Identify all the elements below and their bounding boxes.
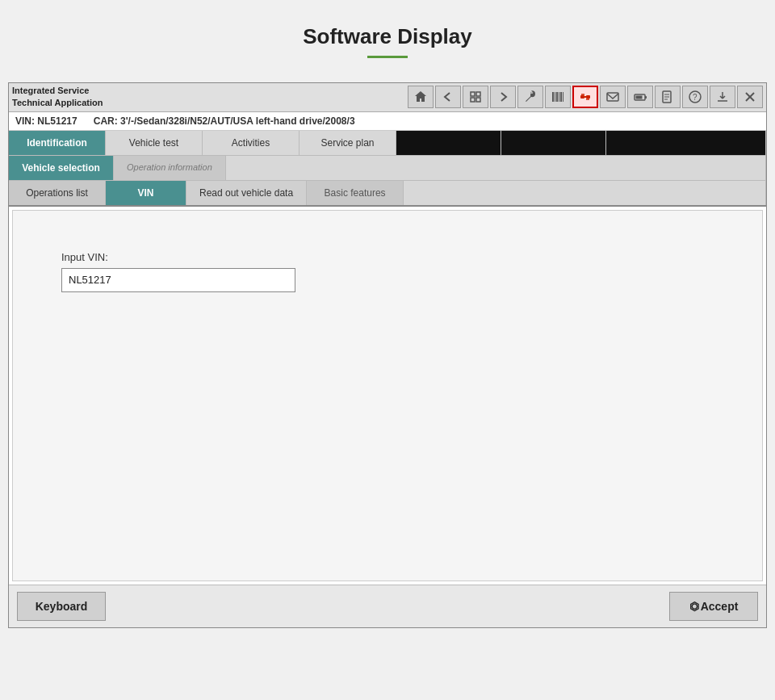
- connector-icon[interactable]: [572, 86, 598, 108]
- accept-label: Accept: [701, 600, 739, 613]
- pages-icon[interactable]: [463, 86, 488, 108]
- accept-button[interactable]: ⏣ Accept: [669, 592, 758, 621]
- app-window: Integrated Service Technical Application: [8, 82, 767, 628]
- tab-row2-empty: [226, 156, 766, 180]
- close-icon[interactable]: [737, 86, 763, 108]
- tab-empty-3: [606, 131, 766, 155]
- page-title: Software Display: [0, 24, 775, 49]
- bottom-bar: Keyboard ⏣ Accept: [9, 585, 766, 627]
- home-icon[interactable]: [408, 86, 434, 108]
- vin-label: VIN: NL51217: [15, 115, 78, 127]
- page-title-section: Software Display: [0, 0, 775, 66]
- svg-rect-9: [563, 92, 563, 102]
- tab-operations-list[interactable]: Operations list: [9, 181, 106, 205]
- forward-icon[interactable]: [490, 86, 516, 108]
- tab-empty-1: [396, 131, 501, 155]
- barcode-icon[interactable]: [545, 86, 571, 108]
- svg-rect-3: [476, 98, 480, 102]
- app-name: Integrated Service Technical Application: [12, 85, 406, 110]
- title-bar: Integrated Service Technical Application: [9, 83, 766, 112]
- svg-rect-19: [645, 96, 647, 99]
- tab-row-3: Operations list VIN Read out vehicle dat…: [9, 181, 766, 207]
- svg-rect-6: [556, 92, 558, 102]
- svg-rect-1: [476, 92, 480, 96]
- tab-empty-2: [501, 131, 606, 155]
- vin-input-section: Input VIN:: [61, 251, 746, 292]
- tab-operation-information[interactable]: Operation information: [114, 156, 226, 180]
- svg-rect-20: [636, 96, 643, 99]
- tab-row3-empty: [404, 181, 766, 205]
- tab-vin[interactable]: VIN: [106, 181, 186, 205]
- accept-icon: ⏣: [689, 600, 699, 613]
- download-icon[interactable]: [710, 86, 735, 108]
- tab-basic-features[interactable]: Basic features: [307, 181, 404, 205]
- svg-rect-10: [580, 95, 584, 99]
- svg-rect-4: [552, 92, 554, 102]
- wrench-icon[interactable]: [517, 86, 543, 108]
- main-content: Input VIN:: [12, 210, 763, 581]
- report-icon[interactable]: [655, 86, 681, 108]
- vin-input[interactable]: [61, 268, 295, 292]
- svg-rect-7: [559, 92, 559, 102]
- tab-row-2: Vehicle selection Operation information: [9, 156, 766, 181]
- help-icon[interactable]: ?: [682, 86, 708, 108]
- svg-rect-0: [471, 92, 475, 96]
- svg-rect-11: [586, 95, 590, 99]
- tab-row-1: Identification Vehicle test Activities S…: [9, 131, 766, 156]
- keyboard-button[interactable]: Keyboard: [17, 592, 106, 621]
- tab-vehicle-selection[interactable]: Vehicle selection: [9, 156, 114, 180]
- car-label: CAR: 3'/-/Sedan/328i/N52/AUT/USA left-ha…: [94, 115, 355, 127]
- battery-icon[interactable]: [627, 86, 653, 108]
- tab-vehicle-test[interactable]: Vehicle test: [106, 131, 203, 155]
- svg-rect-2: [471, 98, 475, 102]
- tab-activities[interactable]: Activities: [203, 131, 300, 155]
- svg-rect-8: [560, 92, 562, 102]
- tab-read-out-vehicle-data[interactable]: Read out vehicle data: [186, 181, 307, 205]
- svg-rect-5: [555, 92, 555, 102]
- back-icon[interactable]: [435, 86, 461, 108]
- title-underline: [367, 56, 408, 58]
- svg-rect-17: [607, 93, 618, 101]
- svg-text:?: ?: [693, 93, 698, 102]
- vin-input-label: Input VIN:: [61, 251, 746, 263]
- mail-icon[interactable]: [600, 86, 626, 108]
- vin-bar: VIN: NL51217 CAR: 3'/-/Sedan/328i/N52/AU…: [9, 112, 766, 131]
- tab-service-plan[interactable]: Service plan: [300, 131, 396, 155]
- tab-identification[interactable]: Identification: [9, 131, 106, 155]
